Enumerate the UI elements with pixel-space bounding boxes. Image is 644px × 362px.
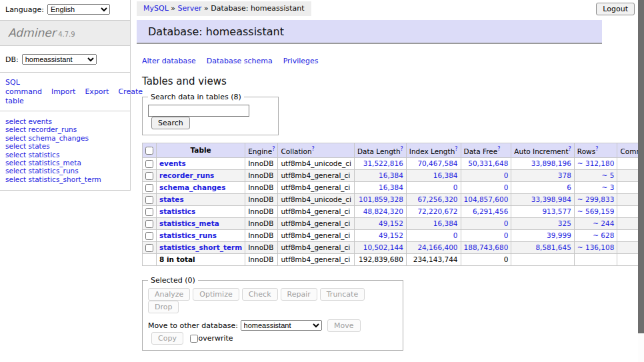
table-name-link[interactable]: statistics_meta [159,219,219,227]
table-name-link[interactable]: statistics_short_term [159,243,242,251]
search-input[interactable] [148,105,249,117]
db-select[interactable]: homeassistant [22,54,97,65]
data-free-link[interactable]: 0 [464,183,509,192]
drop-button[interactable]: Drop [148,301,179,313]
data-free-link[interactable]: 0 [464,219,509,228]
data-free-link[interactable]: 50,331,648 [464,159,509,168]
sql-command-link[interactable]: SQL command [5,78,42,96]
table-link-statistics[interactable]: statistics [29,151,60,159]
row-checkbox[interactable] [145,196,153,204]
mysql-breadcrumb-link[interactable]: MySQL [143,4,169,13]
select-link[interactable]: select [5,117,26,125]
move-db-select[interactable]: homeassistant [241,320,322,331]
database-schema-link[interactable]: Database schema [207,57,273,65]
select-link[interactable]: select [5,125,26,133]
data-free-link[interactable]: 188,743,680 [464,243,509,252]
scrollbar-thumb[interactable] [638,0,644,333]
move-button[interactable]: Move [327,319,361,332]
table-name-link[interactable]: schema_changes [159,183,226,191]
rows-link[interactable]: ~ 5 [577,171,615,180]
table-link-statistics-runs[interactable]: statistics_runs [29,167,79,175]
select-link[interactable]: select [5,175,26,183]
language-select[interactable]: English [47,4,110,15]
rows-link[interactable]: ~ 628 [577,231,615,240]
alter-database-link[interactable]: Alter database [142,57,196,65]
index-length-link[interactable]: 16,384 [409,219,458,228]
help-icon[interactable]: ? [312,146,315,152]
index-length-link[interactable]: 0 [409,231,458,240]
data-length-link[interactable]: 101,859,328 [357,195,403,204]
row-checkbox[interactable] [145,208,153,216]
table-name-link[interactable]: statistics_runs [159,231,217,239]
table-link-statistics-short-term[interactable]: statistics_short_term [29,175,101,183]
data-length-link[interactable]: 49,152 [357,219,403,228]
help-icon[interactable]: ? [569,146,571,152]
select-link[interactable]: select [5,134,26,142]
row-checkbox[interactable] [145,160,153,168]
index-length-link[interactable]: 0 [409,183,458,192]
table-link-events[interactable]: events [29,117,52,125]
data-free-link[interactable]: 0 [464,171,509,180]
repair-button[interactable]: Repair [281,288,317,301]
row-checkbox[interactable] [145,172,153,180]
data-length-link[interactable]: 16,384 [357,171,403,180]
auto-increment-link[interactable]: 6 [514,183,571,192]
analyze-button[interactable]: Analyze [148,288,190,301]
select-link[interactable]: select [5,142,26,150]
rows-link[interactable]: ~ 569,159 [577,207,615,216]
help-icon[interactable]: ? [272,146,275,152]
auto-increment-link[interactable]: 33,898,196 [514,159,571,168]
export-link[interactable]: Export [85,87,109,96]
auto-increment-link[interactable]: 8,581,645 [514,243,571,252]
help-icon[interactable]: ? [455,146,457,152]
auto-increment-link[interactable]: 913,577 [514,207,571,216]
data-length-link[interactable]: 49,152 [357,231,403,240]
check-button[interactable]: Check [242,288,278,301]
row-checkbox[interactable] [145,184,153,192]
table-link-recorder-runs[interactable]: recorder_runs [29,125,77,133]
table-link-schema-changes[interactable]: schema_changes [29,134,89,142]
index-length-link[interactable]: 72,220,672 [409,207,458,216]
data-length-link[interactable]: 31,522,816 [357,159,403,168]
truncate-button[interactable]: Truncate [320,288,365,301]
help-icon[interactable]: ? [595,146,598,152]
rows-link[interactable]: ~ 299,833 [577,195,615,204]
table-name-link[interactable]: states [159,195,184,203]
auto-increment-link[interactable]: 378 [514,171,571,180]
help-icon[interactable]: ? [497,146,500,152]
optimize-button[interactable]: Optimize [193,288,239,301]
rows-link[interactable]: ~ 3 [577,183,615,192]
row-checkbox[interactable] [145,220,153,228]
data-length-link[interactable]: 10,502,144 [357,243,403,252]
help-icon[interactable]: ? [401,146,403,152]
data-length-link[interactable]: 48,824,320 [357,207,403,216]
data-length-link[interactable]: 16,384 [357,183,403,192]
select-all-checkbox[interactable] [145,147,153,155]
privileges-link[interactable]: Privileges [283,57,319,65]
search-button[interactable]: Search [151,117,190,129]
data-free-link[interactable]: 0 [464,231,509,240]
auto-increment-link[interactable]: 33,398,984 [514,195,571,204]
vertical-scrollbar[interactable] [638,0,644,362]
index-length-link[interactable]: 70,467,584 [409,159,458,168]
table-link-statistics-meta[interactable]: statistics_meta [29,159,81,167]
data-free-link[interactable]: 104,857,600 [464,195,509,204]
table-name-link[interactable]: recorder_runs [159,171,214,179]
table-link-states[interactable]: states [29,142,50,150]
server-breadcrumb-link[interactable]: Server [178,4,202,13]
index-length-link[interactable]: 67,256,320 [409,195,458,204]
auto-increment-link[interactable]: 325 [514,219,571,228]
select-link[interactable]: select [5,151,26,159]
row-checkbox[interactable] [145,244,153,252]
rows-link[interactable]: ~ 136,108 [577,243,615,252]
row-checkbox[interactable] [145,232,153,240]
table-name-link[interactable]: statistics [159,207,195,215]
import-link[interactable]: Import [51,87,76,96]
table-name-link[interactable]: events [159,159,186,167]
rows-link[interactable]: ~ 244 [577,219,615,228]
auto-increment-link[interactable]: 39,999 [514,231,571,240]
logout-button[interactable]: Logout [596,3,635,15]
index-length-link[interactable]: 16,384 [409,171,458,180]
rows-link[interactable]: ~ 312,180 [577,159,615,168]
overwrite-checkbox[interactable] [190,335,198,343]
